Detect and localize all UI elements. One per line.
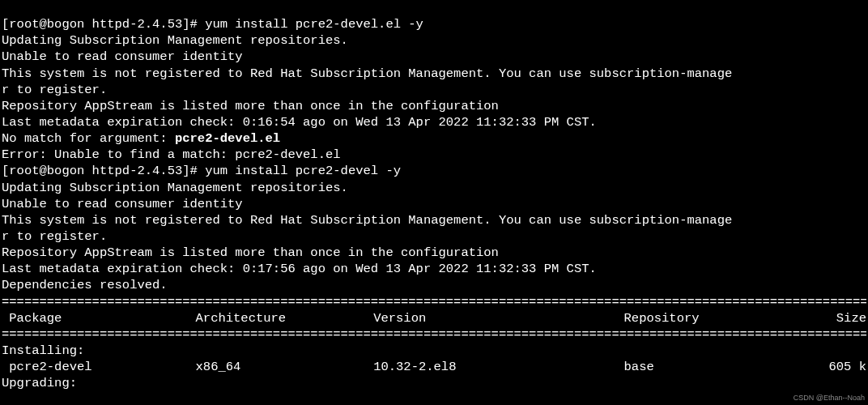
table-header-row: PackageArchitectureVersionRepositorySize <box>2 310 866 326</box>
output-line: Unable to read consumer identity <box>2 197 243 211</box>
col-version: Version <box>373 310 623 326</box>
terminal-output: [root@bogon httpd-2.4.53]# yum install p… <box>0 0 868 391</box>
command-text: yum install pcre2-devel.el -y <box>205 17 423 32</box>
col-package: Package <box>2 310 196 326</box>
output-line: r to register. <box>2 229 107 244</box>
cell-version: 10.32-2.el8 <box>373 359 623 375</box>
output-line: Dependencies resolved. <box>2 278 168 292</box>
output-line: Updating Subscription Management reposit… <box>2 33 348 48</box>
table-rule: ========================================… <box>2 294 866 310</box>
error-line: Error: Unable to find a match: pcre2-dev… <box>2 147 341 162</box>
no-match-arg: pcre2-devel.el <box>175 131 280 146</box>
output-line: Repository AppStream is listed more than… <box>2 245 499 260</box>
section-installing: Installing: <box>2 343 84 358</box>
shell-prompt: [root@bogon httpd-2.4.53]# <box>2 17 205 32</box>
col-repository: Repository <box>624 310 794 326</box>
output-line: No match for argument: <box>2 131 175 146</box>
output-line: Updating Subscription Management reposit… <box>2 181 348 195</box>
command-text: yum install pcre2-devel -y <box>205 164 401 178</box>
output-line: Repository AppStream is listed more than… <box>2 99 499 113</box>
cell-repository: base <box>624 359 794 375</box>
table-rule: ========================================… <box>2 326 866 343</box>
col-architecture: Architecture <box>196 310 374 326</box>
cell-architecture: x86_64 <box>196 359 374 375</box>
watermark-text: CSDN @Ethan--Noah <box>794 394 865 403</box>
section-upgrading: Upgrading: <box>2 376 77 390</box>
output-line: r to register. <box>2 83 107 97</box>
cell-size: 605 k <box>794 359 866 375</box>
output-line: This system is not registered to Red Hat… <box>2 66 732 81</box>
col-size: Size <box>794 310 866 326</box>
output-line: This system is not registered to Red Hat… <box>2 213 732 228</box>
table-row: pcre2-develx86_6410.32-2.el8base605 k <box>2 359 866 375</box>
output-line: Last metadata expiration check: 0:17:56 … <box>2 262 597 276</box>
cell-package: pcre2-devel <box>2 359 196 375</box>
output-line: Unable to read consumer identity <box>2 49 243 64</box>
output-line: Last metadata expiration check: 0:16:54 … <box>2 115 597 130</box>
shell-prompt: [root@bogon httpd-2.4.53]# <box>2 164 205 178</box>
